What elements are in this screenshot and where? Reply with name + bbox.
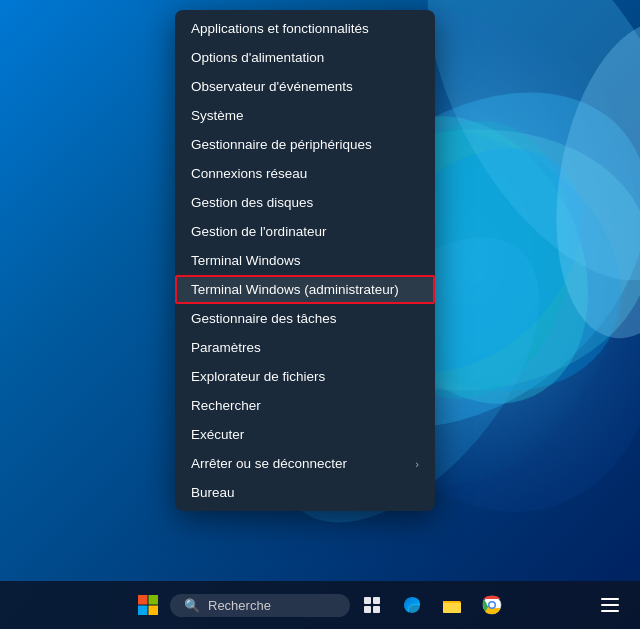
menu-item-task-manager[interactable]: Gestionnaire des tâches [175,304,435,333]
search-icon-taskbar: 🔍 [184,598,200,613]
menu-item-label-device-manager: Gestionnaire de périphériques [191,137,372,152]
svg-rect-15 [364,597,371,604]
menu-item-device-manager[interactable]: Gestionnaire de périphériques [175,130,435,159]
menu-item-run[interactable]: Exécuter [175,420,435,449]
submenu-arrow-shutdown: › [415,458,419,470]
menu-item-disk-mgmt[interactable]: Gestion des disques [175,188,435,217]
taskbar: 🔍 Recherche [0,581,640,629]
menu-item-terminal[interactable]: Terminal Windows [175,246,435,275]
menu-item-label-run: Exécuter [191,427,244,442]
svg-rect-24 [601,598,619,600]
menu-item-label-system: Système [191,108,244,123]
svg-rect-20 [443,603,461,613]
svg-rect-13 [138,606,148,616]
menu-item-label-task-manager: Gestionnaire des tâches [191,311,337,326]
taskbar-center: 🔍 Recherche [130,587,510,623]
menu-item-label-shutdown: Arrêter ou se déconnecter [191,456,347,471]
svg-rect-26 [601,610,619,612]
svg-rect-25 [601,604,619,606]
menu-item-desktop[interactable]: Bureau [175,478,435,507]
svg-point-9 [533,9,640,352]
svg-rect-16 [373,597,380,604]
chrome-button[interactable] [474,587,510,623]
menu-item-label-terminal-admin: Terminal Windows (administrateur) [191,282,399,297]
menu-item-terminal-admin[interactable]: Terminal Windows (administrateur) [175,275,435,304]
svg-rect-14 [149,606,159,616]
menu-item-power[interactable]: Options d'alimentation [175,43,435,72]
context-menu: Applications et fonctionnalitésOptions d… [175,10,435,511]
menu-item-computer-mgmt[interactable]: Gestion de l'ordinateur [175,217,435,246]
menu-item-label-power: Options d'alimentation [191,50,324,65]
file-explorer-button[interactable] [434,587,470,623]
svg-point-23 [490,603,495,608]
menu-item-system[interactable]: Système [175,101,435,130]
menu-item-label-terminal: Terminal Windows [191,253,301,268]
edge-button[interactable] [394,587,430,623]
svg-rect-18 [373,606,380,613]
search-label: Recherche [208,598,271,613]
menu-item-label-settings: Paramètres [191,340,261,355]
menu-item-search[interactable]: Rechercher [175,391,435,420]
menu-item-network[interactable]: Connexions réseau [175,159,435,188]
taskbar-right [592,587,628,623]
menu-item-label-desktop: Bureau [191,485,235,500]
menu-item-label-applications: Applications et fonctionnalités [191,21,369,36]
menu-item-label-file-explorer: Explorateur de fichiers [191,369,325,384]
svg-rect-17 [364,606,371,613]
menu-item-settings[interactable]: Paramètres [175,333,435,362]
menu-item-shutdown[interactable]: Arrêter ou se déconnecter› [175,449,435,478]
menu-item-label-disk-mgmt: Gestion des disques [191,195,313,210]
menu-item-applications[interactable]: Applications et fonctionnalités [175,14,435,43]
system-tray[interactable] [592,587,628,623]
svg-rect-11 [138,595,148,605]
svg-rect-12 [149,595,159,605]
task-view-button[interactable] [354,587,390,623]
menu-item-file-explorer[interactable]: Explorateur de fichiers [175,362,435,391]
start-button[interactable] [130,587,166,623]
menu-item-event-viewer[interactable]: Observateur d'événements [175,72,435,101]
menu-item-label-search: Rechercher [191,398,261,413]
desktop: Applications et fonctionnalitésOptions d… [0,0,640,629]
search-bar[interactable]: 🔍 Recherche [170,594,350,617]
menu-item-label-network: Connexions réseau [191,166,307,181]
menu-item-label-event-viewer: Observateur d'événements [191,79,353,94]
menu-item-label-computer-mgmt: Gestion de l'ordinateur [191,224,326,239]
